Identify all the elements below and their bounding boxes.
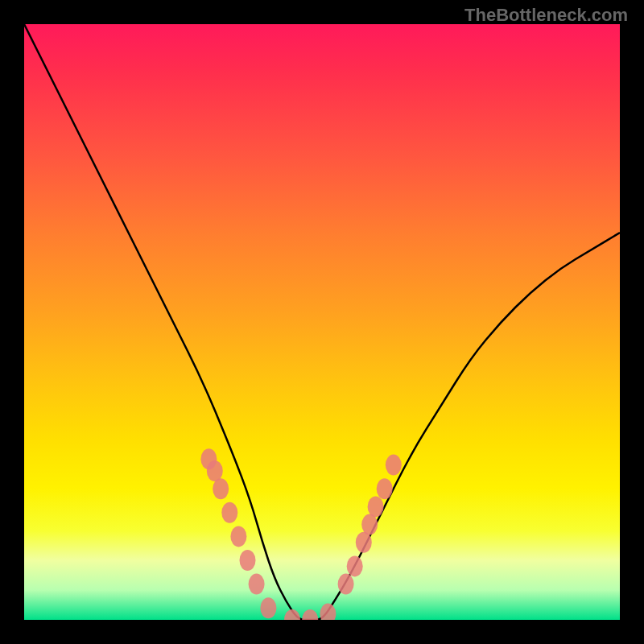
highlight-marker [361, 514, 378, 535]
highlight-marker [284, 609, 300, 620]
highlight-marker [221, 502, 237, 523]
watermark-text: TheBottleneck.com [464, 5, 628, 26]
highlight-marker [338, 574, 354, 595]
highlight-marker [260, 597, 276, 618]
highlight-marker [207, 460, 223, 481]
highlight-marker [368, 496, 384, 517]
highlight-marker [302, 609, 318, 620]
highlight-marker [356, 532, 372, 553]
chart-svg [24, 24, 620, 620]
highlight-marker [249, 574, 265, 595]
chart-plot-area [24, 24, 620, 620]
highlight-marker [240, 550, 256, 571]
highlight-marker [230, 526, 246, 547]
highlighted-marker-group [200, 448, 401, 620]
highlight-marker [386, 455, 402, 476]
highlight-marker [320, 604, 336, 620]
bottleneck-curve-line [24, 24, 620, 620]
highlight-marker [213, 478, 229, 499]
highlight-marker [347, 555, 363, 576]
highlight-marker [377, 478, 393, 499]
